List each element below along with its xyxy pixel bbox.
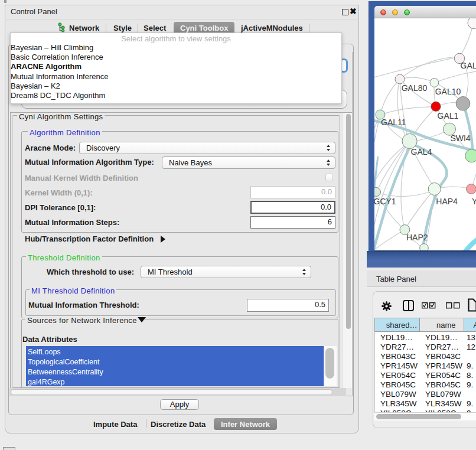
- svg-text:HAP2: HAP2: [406, 233, 428, 242]
- svg-text:GCY1: GCY1: [374, 197, 396, 206]
- svg-text:GAL10: GAL10: [435, 87, 461, 96]
- svg-text:GAL1: GAL1: [438, 111, 459, 120]
- svg-text:GAL4: GAL4: [411, 147, 432, 156]
- svg-text:SWI4: SWI4: [450, 133, 470, 143]
- svg-text:HAP4: HAP4: [436, 197, 458, 206]
- svg-text:Y: Y: [472, 197, 476, 206]
- svg-text:GAL7: GAL7: [461, 61, 476, 70]
- svg-text:GAL80: GAL80: [402, 83, 428, 93]
- svg-text:GAL11: GAL11: [381, 118, 406, 127]
